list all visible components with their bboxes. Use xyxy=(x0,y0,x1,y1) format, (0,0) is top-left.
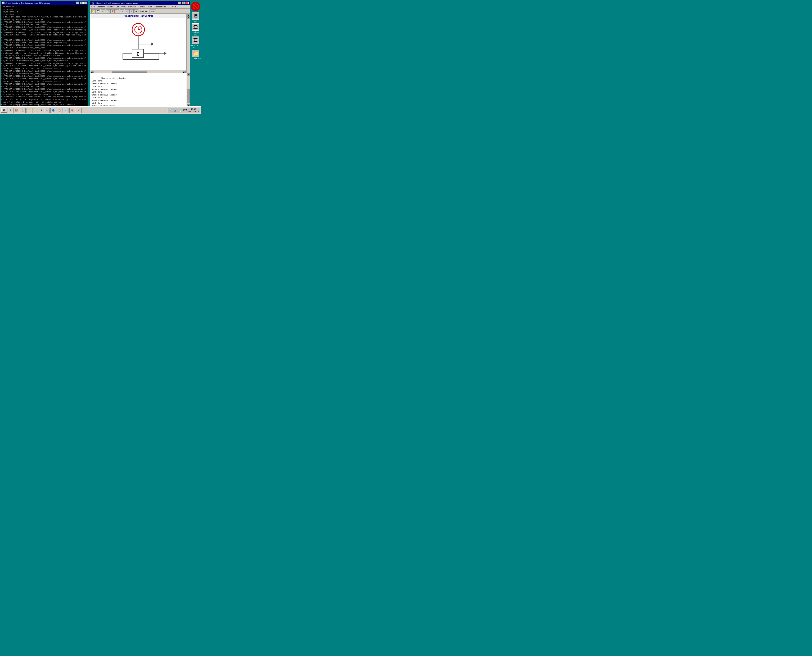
scrollbar-right-arrow[interactable]: ▶ xyxy=(183,71,186,73)
tray-time: 19:13 xyxy=(191,108,196,110)
taskbar-windows[interactable]: 🪟 xyxy=(14,108,19,113)
config-icon: ⚙ xyxy=(46,109,48,111)
pin-icon: 📌 xyxy=(77,109,80,111)
cmd-maximize-button[interactable]: □ xyxy=(80,2,83,4)
taskbar: ⊞ ⚙ 🪟 🏠 📁 ⭐ 🖥 ⚙ 🔵 📋 💎 🎯 📌 📡 🔊 🔋 ITA xyxy=(0,106,201,114)
desktop-icon-1-label: ... xyxy=(194,20,197,22)
circle-icon: 🔵 xyxy=(52,109,54,111)
start-button[interactable]: ⊞ xyxy=(1,108,8,113)
scrollbar-thumb-v[interactable] xyxy=(187,16,190,17)
files-icon: 📁 xyxy=(28,109,31,111)
taskbar-diamond[interactable]: 💎 xyxy=(63,108,69,113)
menu-diagram[interactable]: Diagram xyxy=(97,6,105,8)
menu-tools[interactable]: Tools xyxy=(147,6,152,8)
cmd-close-button[interactable]: × xyxy=(84,2,87,4)
scilab-icon: 🔬 xyxy=(91,2,95,5)
cmd-output: ee_thendin.c ee_mute.c ee_internal.c ee_… xyxy=(1,5,88,110)
tray-clock: 19:13 06/11/2015 xyxy=(188,108,199,113)
cmd-window[interactable]: ■ Amministratore: C:\windows\system32\cm… xyxy=(0,0,88,110)
toolbar-redo-btn[interactable]: ↪ xyxy=(120,9,124,13)
svg-marker-14 xyxy=(164,52,167,55)
scrollbar-up-arrow[interactable]: ▲ xyxy=(187,14,189,16)
desktop-icon-3-label: mario_e_io... xyxy=(191,45,201,49)
scilab-maximize-button[interactable]: □ xyxy=(182,2,185,4)
svg-text:∑: ∑ xyxy=(136,52,139,56)
scilab-minimize-button[interactable]: _ xyxy=(178,2,181,4)
pid-scrollbar-horizontal[interactable]: ◀ ▶ xyxy=(90,70,186,73)
cmd-title-text: Amministratore: C:\windows\system32\cmd.… xyxy=(6,2,50,4)
star-icon: ⭐ xyxy=(34,109,37,111)
toolbar-paste-btn[interactable]: 📌 xyxy=(110,9,115,13)
pid-diagram-svg: ∑ xyxy=(90,18,186,70)
taskbar-arrow[interactable]: 🎯 xyxy=(69,108,75,113)
desktop-icon-4[interactable]: 📁 ...estino xyxy=(191,50,201,60)
scilab-window[interactable]: 🔬 Scicos: pid_ctrl_codegen_udp_tuning_sq… xyxy=(90,0,190,110)
menu-palette[interactable]: Palette xyxy=(107,6,113,8)
taskbar-star[interactable]: ⭐ xyxy=(33,108,39,113)
diamond-icon: 💎 xyxy=(65,109,67,111)
cmd-minimize-button[interactable]: _ xyxy=(76,2,79,4)
scilab-titlebar: 🔬 Scicos: pid_ctrl_codegen_udp_tuning_sq… xyxy=(90,1,190,5)
da-non-toccare-icon: 🚫 xyxy=(192,3,199,10)
taskbar-home[interactable]: 🏠 xyxy=(20,108,26,113)
taskbar-settings[interactable]: ⚙ xyxy=(8,108,13,113)
cmd-titlebar-buttons[interactable]: _ □ × xyxy=(76,2,87,4)
desktop-icon-2[interactable]: 🖼 ...stina.jpg xyxy=(191,23,201,36)
toolbar-fit-btn[interactable]: ⊞ xyxy=(129,9,134,13)
taskbar-circle[interactable]: 🔵 xyxy=(50,108,56,113)
console-scroll-thumb[interactable] xyxy=(187,88,190,103)
scilab-title-group: 🔬 Scicos: pid_ctrl_codegen_udp_tuning_sq… xyxy=(91,2,140,5)
scrollbar-left-arrow[interactable]: ◀ xyxy=(91,71,94,73)
system-tray: 📡 🔊 🔋 ITA 19:13 06/11/2015 xyxy=(168,108,200,113)
svg-marker-4 xyxy=(151,43,154,46)
scrollbar-track-h xyxy=(94,71,183,73)
desktop-icons: 🚫 🖥 ... 🖼 ...stina.jpg 🖼 mario_e_io... 📁… xyxy=(190,0,201,61)
desktop-icon-2-img: 🖼 xyxy=(192,23,199,31)
menu-file[interactable]: File xyxy=(91,6,95,8)
taskbar-config[interactable]: ⚙ xyxy=(45,108,50,113)
desktop-icon-2-label: ...stina.jpg xyxy=(191,31,201,36)
toolbar-undo-btn[interactable]: ↩ xyxy=(115,9,119,13)
toolbar-copy-btn[interactable]: 📋 xyxy=(105,9,110,13)
toolbar-zoomin-btn[interactable]: 🔍 xyxy=(125,9,129,13)
menu-simulate[interactable]: Simulate xyxy=(128,6,136,8)
toolbar-open-btn[interactable]: 📂 xyxy=(91,9,96,13)
desktop-icon-3[interactable]: 🖼 mario_e_io... xyxy=(191,37,201,49)
menu-format[interactable]: Format xyxy=(138,6,145,8)
console-scrollbar-wrap: Shared archive loaded Link done Shared a… xyxy=(90,73,190,107)
scilab-menubar: File Diagram Palette Edit View Simulate … xyxy=(90,5,190,9)
tray-battery-icon: 🔋 xyxy=(179,108,182,112)
scilab-close-button[interactable]: × xyxy=(186,2,189,4)
pid-diagram[interactable]: Amazing ball: PID Control xyxy=(90,14,187,73)
console-scroll-up[interactable]: ▲ xyxy=(187,73,190,76)
toolbar-save-btn[interactable]: 💾 xyxy=(96,9,100,13)
scilab-title-text: Scicos: pid_ctrl_codegen_udp_tuning_squa… xyxy=(96,2,140,4)
taskbar-screen[interactable]: 🖥 xyxy=(39,108,44,113)
scrollbar-thumb-h[interactable] xyxy=(112,71,147,73)
console-output: Shared archive loaded Link done Shared a… xyxy=(90,73,187,107)
menu-questionmark[interactable]: ? xyxy=(168,6,169,8)
codegen-label: CodeGen xyxy=(140,10,149,12)
pid-canvas[interactable]: ∑ xyxy=(90,18,186,70)
desktop-icon-4-img: 📁 xyxy=(192,50,199,57)
stop-button[interactable]: stop xyxy=(150,9,156,13)
taskbar-clipboard[interactable]: 📋 xyxy=(57,108,62,113)
toolbar-run-btn[interactable]: ▶ xyxy=(134,9,138,13)
start-icon: ⊞ xyxy=(3,109,5,111)
menu-tools2[interactable]: Tools xyxy=(171,6,176,8)
pid-scrollbar-vertical[interactable]: ▲ ▼ xyxy=(187,14,190,73)
menu-view[interactable]: View xyxy=(121,6,126,8)
desktop-icon-1[interactable]: 🖥 ... xyxy=(192,12,199,22)
console-scrollbar-v[interactable]: ▲ ▼ xyxy=(187,73,190,107)
cmd-titlebar: ■ Amministratore: C:\windows\system32\cm… xyxy=(1,1,88,5)
toolbar-cut-btn[interactable]: ✂ xyxy=(101,9,105,13)
windows-icon: 🪟 xyxy=(15,109,18,111)
menu-edit[interactable]: Edit xyxy=(116,6,119,8)
cmd-icon: ■ xyxy=(2,2,5,4)
menu-applications[interactable]: Applications xyxy=(154,6,166,8)
cmd-title-group: ■ Amministratore: C:\windows\system32\cm… xyxy=(2,2,50,4)
taskbar-files[interactable]: 📁 xyxy=(26,108,32,113)
taskbar-pin[interactable]: 📌 xyxy=(76,108,82,113)
arrow-icon: 🎯 xyxy=(71,109,74,111)
scilab-titlebar-buttons[interactable]: _ □ × xyxy=(178,2,189,4)
